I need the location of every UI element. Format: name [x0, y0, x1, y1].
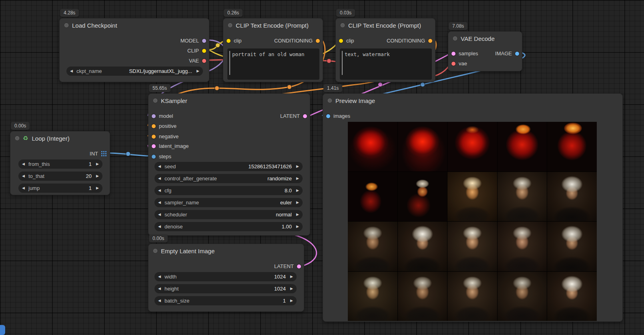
output-port-model[interactable]: MODEL — [181, 36, 206, 45]
widget-to-that[interactable]: ◀ to_that 20 ▶ — [18, 172, 102, 181]
node-titlebar[interactable]: KSampler — [148, 94, 310, 107]
increment-arrow-icon[interactable]: ▶ — [195, 69, 199, 73]
increment-arrow-icon[interactable]: ▶ — [94, 162, 99, 166]
input-port-positive[interactable]: positive — [152, 122, 177, 130]
widget-seed[interactable]: ◀ seed 152861253471626 ▶ — [154, 162, 303, 171]
input-port-clip[interactable]: clip — [339, 36, 354, 45]
increment-arrow-icon[interactable]: ▶ — [288, 275, 293, 278]
model-port-dot[interactable] — [152, 114, 156, 118]
decrement-arrow-icon[interactable]: ◀ — [22, 186, 27, 190]
conditioning-port-dot[interactable] — [152, 135, 156, 139]
node-load-checkpoint[interactable]: 4.28s Load Checkpoint MODEL CLIP VAE ◀ c… — [59, 18, 209, 82]
increment-arrow-icon[interactable]: ▶ — [294, 189, 299, 192]
input-port-vae[interactable]: vae — [451, 59, 467, 68]
collapse-dot-icon[interactable] — [64, 23, 68, 27]
increment-arrow-icon[interactable]: ▶ — [294, 165, 299, 168]
widget-jump[interactable]: ◀ jump 1 ▶ — [18, 184, 102, 193]
collapse-dot-icon[interactable] — [228, 23, 232, 27]
input-port-negative[interactable]: negative — [152, 132, 179, 141]
widget-sampler-name[interactable]: ◀ sampler_name euler ▶ — [154, 198, 303, 207]
node-titlebar[interactable]: CLIP Text Encode (Prompt) — [223, 18, 323, 32]
image-port-dot[interactable] — [326, 114, 330, 118]
increment-arrow-icon[interactable]: ▶ — [294, 225, 299, 228]
node-preview-image[interactable]: 1.41s Preview Image images — [323, 93, 623, 322]
collapse-dot-icon[interactable] — [453, 36, 457, 40]
widget-scheduler[interactable]: ◀ scheduler normal ▶ — [154, 210, 303, 219]
node-titlebar[interactable]: Preview Image — [323, 94, 622, 107]
decrement-arrow-icon[interactable]: ◀ — [158, 177, 163, 180]
increment-arrow-icon[interactable]: ▶ — [288, 287, 293, 291]
input-port-samples[interactable]: samples — [451, 49, 478, 58]
image-port-dot[interactable] — [515, 52, 519, 56]
clip-port-dot[interactable] — [202, 49, 206, 53]
output-port-latent[interactable]: LATENT — [280, 112, 307, 120]
node-clip-text-encode-negative[interactable]: 0.03s CLIP Text Encode (Prompt) clip CON… — [335, 18, 435, 82]
clip-port-dot[interactable] — [339, 39, 343, 43]
increment-arrow-icon[interactable]: ▶ — [94, 186, 99, 190]
conditioning-port-dot[interactable] — [152, 124, 156, 128]
widget-batch-size[interactable]: ◀ batch_size 1 ▶ — [154, 296, 297, 305]
int-output-grid-icon[interactable] — [101, 151, 106, 156]
increment-arrow-icon[interactable]: ▶ — [294, 213, 299, 216]
vae-port-dot[interactable] — [451, 62, 455, 66]
int-port-dot[interactable] — [152, 155, 156, 159]
widget-control-after-generate[interactable]: ◀ control_after_generate randomize ▶ — [154, 174, 303, 183]
vae-port-dot[interactable] — [202, 59, 206, 63]
increment-arrow-icon[interactable]: ▶ — [294, 177, 299, 180]
widget-from-this[interactable]: ◀ from_this 1 ▶ — [18, 159, 102, 169]
decrement-arrow-icon[interactable]: ◀ — [158, 213, 163, 216]
prompt-textarea[interactable]: portrait of an old woman — [227, 48, 319, 80]
decrement-arrow-icon[interactable]: ◀ — [158, 275, 163, 278]
output-port-int[interactable]: INT — [90, 149, 106, 158]
collapse-dot-icon[interactable] — [153, 249, 157, 253]
prompt-textarea[interactable]: text, watermark — [340, 48, 432, 80]
input-port-images[interactable]: images — [326, 112, 350, 120]
collapse-dot-icon[interactable] — [328, 99, 332, 103]
output-port-conditioning[interactable]: CONDITIONING — [274, 36, 320, 45]
conditioning-port-dot[interactable] — [428, 39, 432, 43]
node-clip-text-encode-positive[interactable]: 0.26s CLIP Text Encode (Prompt) clip CON… — [223, 18, 323, 82]
node-titlebar[interactable]: Empty Latent Image — [148, 244, 304, 258]
output-port-clip[interactable]: CLIP — [187, 46, 206, 55]
node-empty-latent-image[interactable]: 0.00s Empty Latent Image LATENT ◀ width … — [148, 244, 304, 312]
increment-arrow-icon[interactable]: ▶ — [288, 299, 293, 303]
decrement-arrow-icon[interactable]: ◀ — [22, 174, 27, 178]
widget-cfg[interactable]: ◀ cfg 8.0 ▶ — [154, 186, 303, 195]
widget-height[interactable]: ◀ height 1024 ▶ — [154, 284, 297, 293]
decrement-arrow-icon[interactable]: ◀ — [158, 299, 163, 303]
decrement-arrow-icon[interactable]: ◀ — [158, 225, 163, 228]
node-titlebar[interactable]: ♻ Loop (Integer) — [10, 131, 110, 145]
node-titlebar[interactable]: CLIP Text Encode (Prompt) — [336, 18, 435, 32]
conditioning-port-dot[interactable] — [316, 39, 320, 43]
latent-port-dot[interactable] — [152, 144, 156, 148]
decrement-arrow-icon[interactable]: ◀ — [158, 189, 163, 192]
collapse-dot-icon[interactable] — [15, 136, 19, 140]
decrement-arrow-icon[interactable]: ◀ — [158, 201, 163, 204]
increment-arrow-icon[interactable]: ▶ — [94, 174, 99, 178]
decrement-arrow-icon[interactable]: ◀ — [158, 287, 163, 291]
input-port-steps[interactable]: steps — [152, 152, 171, 161]
input-port-clip[interactable]: clip — [227, 36, 242, 45]
latent-port-dot[interactable] — [451, 52, 455, 56]
widget-ckpt-name[interactable]: ◀ ckpt_name SDXL/juggernautXL_jugg... ▶ — [66, 67, 203, 76]
decrement-arrow-icon[interactable]: ◀ — [70, 69, 75, 73]
collapse-dot-icon[interactable] — [341, 23, 345, 27]
node-titlebar[interactable]: Load Checkpoint — [60, 18, 209, 32]
increment-arrow-icon[interactable]: ▶ — [294, 201, 299, 204]
node-ksampler[interactable]: 55.65s KSampler model positive negative … — [148, 93, 310, 236]
output-port-latent[interactable]: LATENT — [274, 262, 301, 270]
input-port-model[interactable]: model — [152, 112, 173, 120]
node-titlebar[interactable]: VAE Decode — [448, 32, 522, 45]
latent-port-dot[interactable] — [297, 264, 301, 268]
widget-denoise[interactable]: ◀ denoise 1.00 ▶ — [154, 222, 303, 231]
output-port-image[interactable]: IMAGE — [495, 49, 519, 58]
model-port-dot[interactable] — [202, 39, 206, 43]
node-loop-integer[interactable]: 0.00s ♻ Loop (Integer) INT ◀ from_this 1… — [10, 131, 110, 195]
decrement-arrow-icon[interactable]: ◀ — [158, 165, 163, 168]
latent-port-dot[interactable] — [303, 114, 307, 118]
output-port-conditioning[interactable]: CONDITIONING — [387, 36, 432, 45]
input-port-latent-image[interactable]: latent_image — [152, 142, 189, 150]
widget-width[interactable]: ◀ width 1024 ▶ — [154, 272, 297, 281]
clip-port-dot[interactable] — [227, 39, 231, 43]
node-vae-decode[interactable]: 7.08s VAE Decode samples IMAGE vae — [448, 31, 522, 71]
